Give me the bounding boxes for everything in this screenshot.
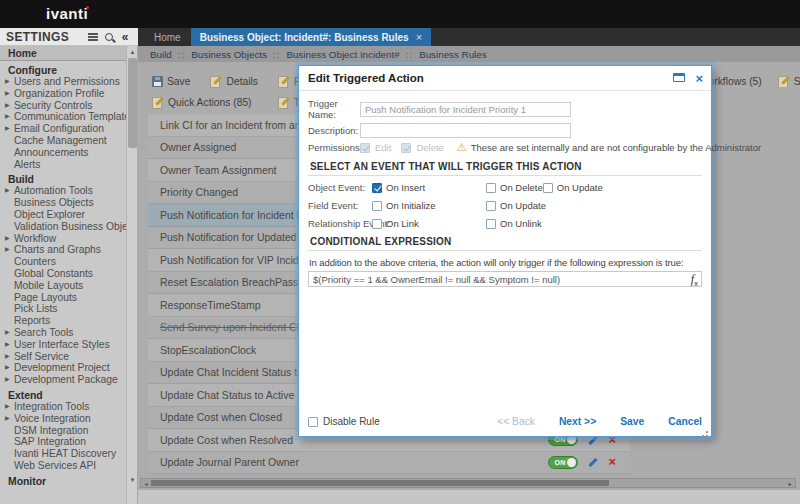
- sidebar-item-development-package[interactable]: ▶Development Package: [0, 374, 127, 386]
- scroll-right-icon[interactable]: ▸: [785, 479, 795, 487]
- expand-arrow-icon[interactable]: ▶: [5, 401, 10, 413]
- disable-rule-option[interactable]: Disable Rule: [308, 416, 380, 427]
- scroll-down-icon[interactable]: ▼: [127, 474, 138, 485]
- checkbox-on-update[interactable]: [486, 201, 496, 211]
- sidebar-item-announcements[interactable]: Announcements: [0, 147, 127, 159]
- checkbox-on-initialize[interactable]: [372, 201, 382, 211]
- sidebar-item-sap-integration[interactable]: SAP Integration: [0, 436, 127, 448]
- checkbox-on-unlink[interactable]: [486, 219, 496, 229]
- trigger-name-input[interactable]: Push Notification for Incident Priority …: [360, 102, 571, 117]
- tab-home[interactable]: Home: [144, 28, 191, 46]
- resize-grip[interactable]: [706, 431, 708, 433]
- sidebar-item-alerts[interactable]: Alerts: [0, 159, 127, 171]
- sidebar-item-ivanti-heat-discovery[interactable]: Ivanti HEAT Discovery: [0, 448, 127, 460]
- sidebar-item-validation-business-objects[interactable]: Validation Business Objects: [0, 221, 127, 233]
- sidebar-item-object-explorer[interactable]: Object Explorer: [0, 209, 127, 221]
- sidebar-item-reports[interactable]: Reports: [0, 315, 127, 327]
- sidebar-scrollbar[interactable]: ▲ ▼: [126, 46, 137, 504]
- event-option-on-insert[interactable]: On Insert: [372, 182, 486, 193]
- sidebar-item-security-controls[interactable]: ▶Security Controls: [0, 100, 127, 112]
- toolbar-button-search[interactable]: Search: [778, 75, 800, 87]
- sidebar-item-web-services-api[interactable]: Web Services API: [0, 460, 127, 472]
- disable-rule-checkbox[interactable]: [308, 417, 318, 427]
- expand-arrow-icon[interactable]: ▶: [5, 185, 10, 197]
- checkbox-on-insert[interactable]: [372, 183, 382, 193]
- scroll-left-icon[interactable]: ◂: [141, 479, 151, 487]
- breadcrumb-item-build[interactable]: Build: [150, 49, 172, 60]
- sidebar-scrollbar-thumb[interactable]: [128, 58, 137, 148]
- close-icon[interactable]: ×: [695, 66, 703, 91]
- sidebar-item-counters[interactable]: Counters: [0, 256, 127, 268]
- sidebar-item-workflow[interactable]: ▶Workflow: [0, 233, 127, 245]
- sidebar-item-business-objects[interactable]: Business Objects: [0, 197, 127, 209]
- tab-close-icon[interactable]: ×: [416, 31, 422, 43]
- expand-arrow-icon[interactable]: ▶: [5, 123, 10, 135]
- expand-arrow-icon[interactable]: ▶: [5, 233, 10, 245]
- sidebar-item-cache-management[interactable]: Cache Management: [0, 135, 127, 147]
- sidebar-item-dsm-integration[interactable]: DSM Integration: [0, 425, 127, 437]
- breadcrumb-item-business-rules[interactable]: Business Rules: [419, 49, 487, 60]
- toolbar-button-details[interactable]: Details: [210, 75, 257, 87]
- maximize-icon[interactable]: [673, 73, 685, 82]
- expand-arrow-icon[interactable]: ▶: [5, 111, 10, 123]
- expand-arrow-icon[interactable]: ▶: [5, 100, 10, 112]
- expand-arrow-icon[interactable]: ▶: [5, 374, 10, 386]
- sidebar-item-voice-integration[interactable]: ▶Voice Integration: [0, 413, 127, 425]
- horizontal-scrollbar-thumb[interactable]: [151, 480, 609, 486]
- checkbox-on-update[interactable]: [543, 183, 553, 193]
- toolbar-button-save[interactable]: Save: [152, 75, 190, 87]
- scroll-up-icon[interactable]: ▲: [127, 46, 138, 57]
- search-icon[interactable]: [102, 30, 116, 44]
- expression-editor-fx-button[interactable]: fx: [691, 272, 698, 288]
- expand-arrow-icon[interactable]: ▶: [5, 413, 10, 425]
- expand-arrow-icon[interactable]: ▶: [5, 327, 10, 339]
- event-option-on-update[interactable]: On Update: [543, 182, 652, 193]
- breadcrumb-item-business-objects[interactable]: Business Objects: [191, 49, 267, 60]
- sidebar-item-self-service[interactable]: ▶Self Service: [0, 351, 127, 363]
- sidebar-item-email-configuration[interactable]: ▶Email Configuration: [0, 123, 127, 135]
- event-option-on-unlink[interactable]: On Unlink: [486, 218, 542, 229]
- expand-arrow-icon[interactable]: ▶: [5, 362, 10, 374]
- sidebar-item-charts-and-graphs[interactable]: ▶Charts and Graphs: [0, 244, 127, 256]
- sidebar-item-search-tools[interactable]: ▶Search Tools: [0, 327, 127, 339]
- delete-x-icon[interactable]: ×: [608, 456, 616, 468]
- sidebar-item-mobile-layouts[interactable]: Mobile Layouts: [0, 280, 127, 292]
- sidebar-item-integration-tools[interactable]: ▶Integration Tools: [0, 401, 127, 413]
- table-row[interactable]: Update Journal Parent OwnerON×: [148, 452, 630, 475]
- sidebar-item-pick-lists[interactable]: Pick Lists: [0, 303, 127, 315]
- toolbar-button-quick-actions-85[interactable]: Quick Actions (85): [152, 96, 252, 108]
- save-button[interactable]: Save: [620, 416, 644, 427]
- expand-arrow-icon[interactable]: ▶: [5, 88, 10, 100]
- sidebar-item-page-layouts[interactable]: Page Layouts: [0, 292, 127, 304]
- collapse-sidebar-icon[interactable]: «: [118, 30, 132, 44]
- description-input[interactable]: [360, 123, 571, 138]
- event-option-on-delete[interactable]: On Delete: [486, 182, 543, 193]
- horizontal-scrollbar[interactable]: ◂ ▸: [140, 478, 796, 488]
- cancel-button[interactable]: Cancel: [668, 416, 702, 427]
- event-option-on-initialize[interactable]: On Initialize: [372, 200, 486, 211]
- tab-business-rules[interactable]: Business Object: Incident#: Business Rul…: [191, 28, 431, 46]
- expand-arrow-icon[interactable]: ▶: [5, 351, 10, 363]
- next-button[interactable]: Next >>: [559, 416, 596, 427]
- rule-enabled-toggle[interactable]: ON: [548, 456, 578, 469]
- checkbox-on-link[interactable]: [372, 219, 382, 229]
- edit-pencil-icon[interactable]: [587, 456, 599, 468]
- event-option-on-update[interactable]: On Update: [486, 200, 546, 211]
- sidebar-item-user-interface-styles[interactable]: ▶User Interface Styles: [0, 339, 127, 351]
- sidebar-item-development-project[interactable]: ▶Development Project: [0, 362, 127, 374]
- sidebar-item-users-and-permissions[interactable]: ▶Users and Permissions: [0, 76, 127, 88]
- expand-arrow-icon[interactable]: ▶: [5, 76, 10, 88]
- menu-list-icon[interactable]: [86, 30, 100, 44]
- event-option-on-link[interactable]: On Link: [372, 218, 486, 229]
- back-button[interactable]: << Back: [497, 416, 535, 427]
- sidebar-item-home[interactable]: Home: [0, 46, 127, 61]
- expression-input[interactable]: $(Priority == 1 && OwnerEmail != null &&…: [308, 271, 702, 287]
- expand-arrow-icon[interactable]: ▶: [5, 339, 10, 351]
- sidebar-item-global-constants[interactable]: Global Constants: [0, 268, 127, 280]
- breadcrumb-item-business-object-incident[interactable]: Business Object Incident#: [286, 49, 399, 60]
- sidebar-item-automation-tools[interactable]: ▶Automation Tools: [0, 185, 127, 197]
- checkbox-on-delete[interactable]: [486, 183, 496, 193]
- expand-arrow-icon[interactable]: ▶: [5, 244, 10, 256]
- sidebar-item-organization-profile[interactable]: ▶Organization Profile: [0, 88, 127, 100]
- sidebar-item-communication-templates[interactable]: ▶Communication Templates: [0, 111, 127, 123]
